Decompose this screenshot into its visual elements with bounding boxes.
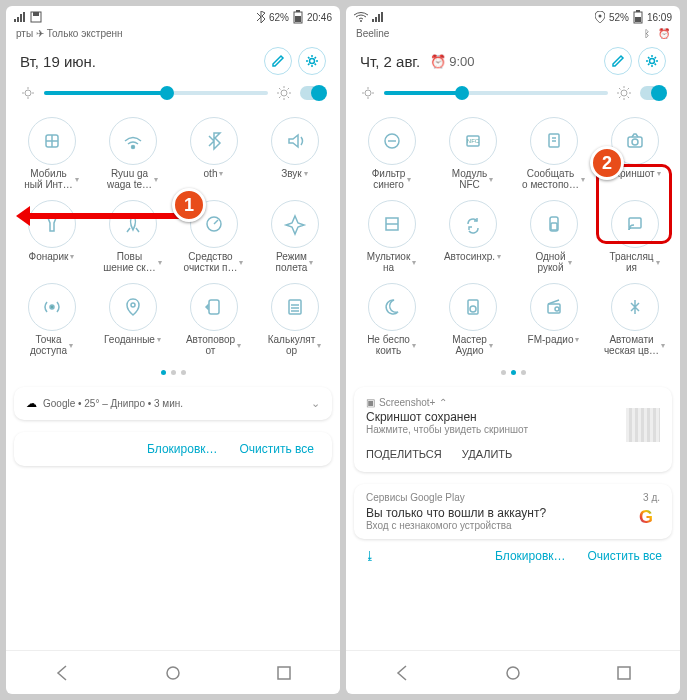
- tile-label: Фонарик▾: [29, 251, 75, 262]
- autocolor-icon: [611, 283, 659, 331]
- home-button[interactable]: [504, 664, 522, 682]
- settings-button[interactable]: [638, 47, 666, 75]
- chevron-down-icon: ⌄: [311, 397, 320, 410]
- date-text: Вт, 19 июн.: [20, 53, 96, 70]
- edit-button[interactable]: [604, 47, 632, 75]
- tile-label: Режим полета▾: [276, 251, 314, 273]
- svg-point-5: [25, 90, 31, 96]
- svg-point-35: [470, 306, 476, 312]
- clock-text: 20:46: [307, 12, 332, 23]
- svg-rect-32: [551, 223, 557, 230]
- block-button[interactable]: Блокировк…: [495, 549, 565, 563]
- flashlight-icon: [28, 200, 76, 248]
- clear-all-button[interactable]: Очистить все: [588, 549, 662, 563]
- audio-icon: [449, 283, 497, 331]
- svg-rect-20: [635, 17, 641, 22]
- sync-icon: [449, 200, 497, 248]
- tile-audio[interactable]: Мастер Аудио▾: [433, 279, 512, 360]
- tile-label: Точка доступа▾: [30, 334, 73, 356]
- tile-globe[interactable]: Мобиль ный Инт…▾: [12, 113, 91, 194]
- tile-label: Сообщать о местопо…▾: [522, 168, 585, 190]
- plane-icon: [271, 200, 319, 248]
- quick-settings-grid: Мобиль ный Инт…▾Ryuu ga waga te…▾oth▾Зву…: [6, 109, 340, 364]
- tile-bluetooth[interactable]: oth▾: [174, 113, 253, 194]
- tile-rotate[interactable]: Автоповор от▾: [174, 279, 253, 360]
- recent-button[interactable]: [275, 664, 293, 682]
- svg-rect-2: [296, 10, 300, 12]
- alarm-icon: ⏰: [658, 28, 670, 39]
- download-icon[interactable]: ⭳: [364, 549, 376, 563]
- signal-icon: [372, 12, 384, 22]
- tile-label: Одной рукой▾: [535, 251, 571, 273]
- navigation-bar: [6, 650, 340, 694]
- tile-label: Калькулят ор▾: [268, 334, 322, 356]
- auto-brightness-toggle[interactable]: [640, 86, 666, 100]
- phone-left: 62% 20:46 рты ✈ Только экстренн Вт, 19 и…: [6, 6, 340, 694]
- svg-point-23: [621, 90, 627, 96]
- screenshot-notification[interactable]: ▣Screenshot+ ⌃ Скриншот сохранен Нажмите…: [354, 387, 672, 472]
- tile-rocket[interactable]: Повы шение ск…▾: [93, 196, 172, 277]
- tile-onehand[interactable]: Одной рукой▾: [514, 196, 593, 277]
- volume-icon: [271, 117, 319, 165]
- tile-moon[interactable]: Не беспо коить▾: [352, 279, 431, 360]
- notif-app: Screenshot+: [379, 397, 435, 408]
- tile-label: Автосинхр.▾: [444, 251, 501, 262]
- tile-report[interactable]: Сообщать о местопо…▾: [514, 113, 593, 194]
- location-icon: [595, 11, 605, 23]
- rocket-icon: [109, 200, 157, 248]
- hotspot-icon: [28, 283, 76, 331]
- rotate-icon: [190, 283, 238, 331]
- edit-button[interactable]: [264, 47, 292, 75]
- signal-icon: [14, 12, 26, 22]
- tile-sync[interactable]: Автосинхр.▾: [433, 196, 512, 277]
- clear-all-button[interactable]: Очистить все: [240, 442, 314, 456]
- tile-nfc[interactable]: NFCМодуль NFC▾: [433, 113, 512, 194]
- tile-label: Модуль NFC▾: [452, 168, 493, 190]
- multiwin-icon: [368, 200, 416, 248]
- tile-multiwin[interactable]: Мультиок на▾: [352, 196, 431, 277]
- swipe-arrow: [20, 213, 180, 219]
- tile-filter[interactable]: Фильтр синего▾: [352, 113, 431, 194]
- brightness-high-icon: [616, 85, 632, 101]
- tile-hotspot[interactable]: Точка доступа▾: [12, 279, 91, 360]
- home-button[interactable]: [164, 664, 182, 682]
- svg-rect-13: [289, 300, 301, 314]
- auto-brightness-toggle[interactable]: [300, 86, 326, 100]
- tile-radio[interactable]: FM-радио▾: [514, 279, 593, 360]
- tile-wifi[interactable]: Ryuu ga waga te…▾: [93, 113, 172, 194]
- google-icon: G: [632, 503, 660, 531]
- screenshot-thumb: [626, 408, 660, 442]
- tile-label: Автомати ческая цв…▾: [604, 334, 665, 356]
- svg-point-38: [507, 667, 519, 679]
- share-button[interactable]: ПОДЕЛИТЬСЯ: [366, 448, 442, 460]
- svg-rect-19: [636, 10, 640, 12]
- tile-label: Автоповор от▾: [186, 334, 241, 356]
- back-button[interactable]: [53, 664, 71, 682]
- svg-point-11: [131, 303, 135, 307]
- block-button[interactable]: Блокировк…: [147, 442, 217, 456]
- battery-icon: [293, 10, 303, 24]
- brightness-slider[interactable]: [346, 79, 680, 109]
- svg-point-10: [50, 305, 54, 309]
- tile-label: Мастер Аудио▾: [452, 334, 493, 356]
- tile-location[interactable]: Геоданные▾: [93, 279, 172, 360]
- tile-calc[interactable]: Калькулят ор▾: [255, 279, 334, 360]
- calc-icon: [271, 283, 319, 331]
- bluetooth-icon: [257, 11, 265, 23]
- back-button[interactable]: [393, 664, 411, 682]
- google-signin-notification[interactable]: Сервисы Google Play3 д. Вы только что во…: [354, 484, 672, 539]
- alarm-time: ⏰9:00: [430, 54, 474, 69]
- delete-button[interactable]: УДАЛИТЬ: [462, 448, 513, 460]
- settings-button[interactable]: [298, 47, 326, 75]
- weather-card[interactable]: ☁ Google • 25° – Днипро • 3 мин. ⌄: [14, 387, 332, 420]
- tile-autocolor[interactable]: Автомати ческая цв…▾: [595, 279, 674, 360]
- tile-plane[interactable]: Режим полета▾: [255, 196, 334, 277]
- recent-button[interactable]: [615, 664, 633, 682]
- tile-volume[interactable]: Звук▾: [255, 113, 334, 194]
- svg-point-8: [131, 146, 134, 149]
- panel-header: Вт, 19 июн.: [6, 39, 340, 79]
- radio-icon: [530, 283, 578, 331]
- svg-point-22: [365, 90, 371, 96]
- brightness-slider[interactable]: [6, 79, 340, 109]
- notif2-app: Сервисы Google Play: [366, 492, 465, 503]
